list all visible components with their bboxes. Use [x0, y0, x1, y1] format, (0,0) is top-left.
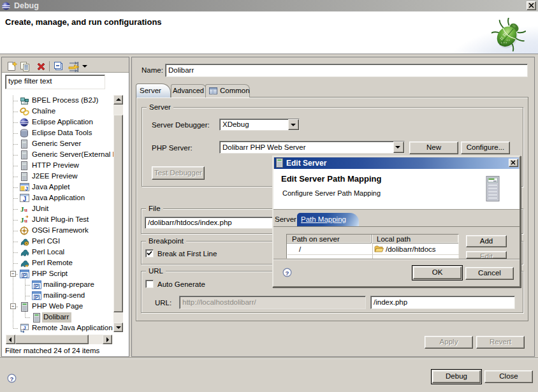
- svg-text:?: ?: [10, 375, 14, 382]
- svg-text:u: u: [24, 217, 27, 224]
- svg-text:J: J: [23, 196, 27, 203]
- svg-text:J: J: [23, 325, 25, 331]
- svg-text:P: P: [23, 272, 27, 279]
- svg-text:J: J: [25, 185, 28, 192]
- svg-text:P: P: [35, 283, 39, 289]
- svg-text:?: ?: [286, 270, 289, 277]
- svg-text:u: u: [24, 207, 27, 213]
- svg-text:P: P: [35, 294, 39, 300]
